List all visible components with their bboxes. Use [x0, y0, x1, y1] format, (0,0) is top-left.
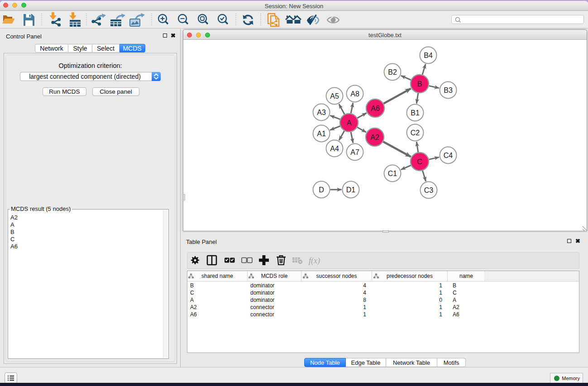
- svg-text:B1: B1: [411, 109, 420, 117]
- svg-text:A6: A6: [371, 105, 380, 112]
- svg-text:A1: A1: [317, 130, 326, 138]
- svg-text:A2: A2: [370, 133, 379, 141]
- svg-text:C4: C4: [444, 152, 453, 159]
- svg-text:A: A: [347, 119, 352, 127]
- svg-text:A7: A7: [350, 148, 359, 156]
- svg-text:C3: C3: [424, 186, 434, 194]
- svg-text:B4: B4: [424, 52, 433, 59]
- svg-text:A5: A5: [330, 92, 339, 100]
- svg-text:A8: A8: [350, 90, 359, 98]
- svg-text:C: C: [417, 158, 422, 166]
- svg-text:B2: B2: [388, 68, 397, 76]
- svg-text:B: B: [417, 80, 422, 88]
- svg-text:A4: A4: [330, 145, 339, 152]
- svg-text:C1: C1: [388, 170, 397, 177]
- svg-text:A3: A3: [317, 109, 326, 116]
- svg-text:B3: B3: [444, 86, 453, 94]
- svg-text:D1: D1: [346, 186, 356, 194]
- svg-text:D: D: [319, 186, 324, 194]
- svg-text:f(x): f(x): [309, 256, 320, 266]
- svg-text:C2: C2: [411, 129, 420, 137]
